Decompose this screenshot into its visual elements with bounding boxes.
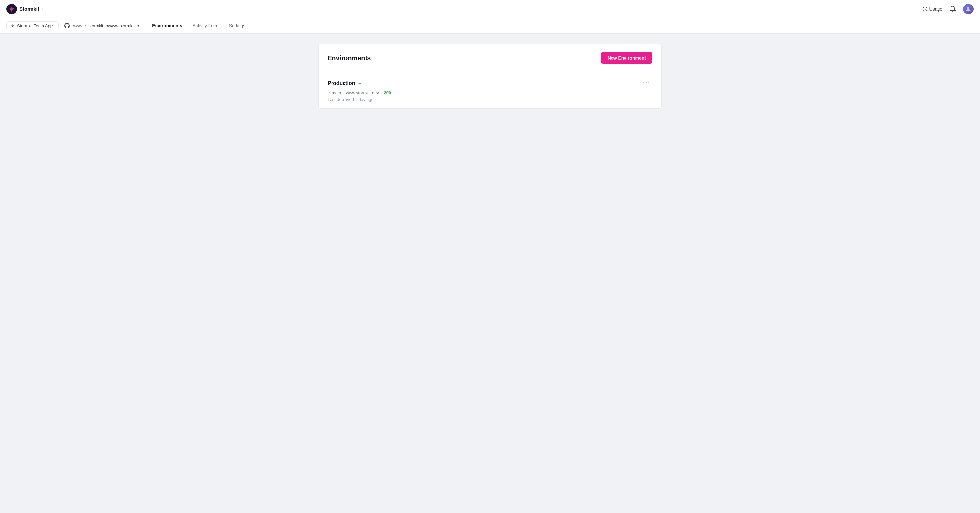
- env-arrow-icon[interactable]: →: [358, 81, 362, 86]
- navbar-right: Usage: [922, 4, 974, 14]
- status-badge: 200: [384, 91, 391, 95]
- environments-card: Environments New Environment Production …: [318, 44, 662, 109]
- env-name-row: Production →: [328, 80, 362, 86]
- usage-button[interactable]: Usage: [922, 6, 942, 12]
- environments-title: Environments: [328, 54, 371, 62]
- env-item-header: Production → ···: [328, 78, 652, 88]
- meta-separator-2: ·: [381, 91, 382, 95]
- app-name: Stormkit: [19, 6, 39, 12]
- usage-icon: [922, 6, 928, 12]
- tab-environments[interactable]: Environments: [147, 19, 187, 33]
- tab-settings[interactable]: Settings: [224, 19, 251, 33]
- project-icon: [64, 22, 70, 29]
- branch-icon: ⑂: [328, 91, 330, 95]
- navbar-left: Stormkit ↓: [6, 4, 44, 14]
- env-meta: ⑂ main · www.stormkit.dev · 200: [328, 91, 652, 95]
- usage-label: Usage: [929, 6, 942, 12]
- svg-point-2: [967, 7, 970, 9]
- env-name: Production: [328, 80, 355, 86]
- svg-marker-0: [10, 6, 14, 11]
- tab-activity-feed[interactable]: Activity Feed: [188, 19, 224, 33]
- main-content: Environments New Environment Production …: [312, 34, 668, 119]
- back-to-apps-button[interactable]: Stormkit Team Apps: [6, 21, 59, 30]
- avatar[interactable]: [963, 4, 974, 14]
- chevron-down-icon[interactable]: ↓: [42, 7, 44, 11]
- breadcrumb-project: stormkit-io/www-stormkit-io: [89, 23, 139, 28]
- sub-nav-tabs: Environments Activity Feed Settings: [147, 18, 250, 33]
- env-menu-button[interactable]: ···: [640, 78, 652, 88]
- back-arrow-icon: [11, 23, 15, 28]
- breadcrumb-separator: /: [85, 23, 86, 28]
- environments-header: Environments New Environment: [318, 44, 662, 72]
- table-row: Production → ··· ⑂ main · www.stormkit.d…: [318, 72, 662, 108]
- branch-name: main: [332, 91, 341, 95]
- meta-separator: ·: [343, 91, 344, 95]
- sub-navbar: Stormkit Team Apps www / stormkit-io/www…: [0, 18, 980, 34]
- environment-list: Production → ··· ⑂ main · www.stormkit.d…: [318, 72, 662, 108]
- new-environment-button[interactable]: New Environment: [601, 52, 652, 64]
- notification-icon[interactable]: [948, 4, 958, 14]
- breadcrumb-www: www: [73, 23, 82, 28]
- last-deployed-text: Last deployed 1 day ago: [328, 97, 652, 102]
- top-navbar: Stormkit ↓ Usage: [0, 0, 980, 18]
- env-url: www.stormkit.dev: [346, 91, 379, 95]
- app-logo[interactable]: [6, 4, 17, 14]
- breadcrumb: www / stormkit-io/www-stormkit-io: [64, 22, 139, 29]
- back-label: Stormkit Team Apps: [17, 23, 54, 28]
